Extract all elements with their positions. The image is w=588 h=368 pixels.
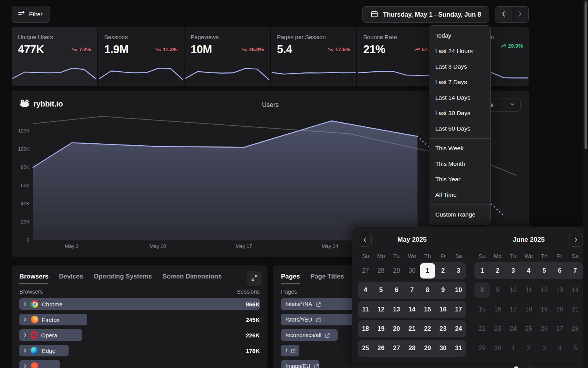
menu-item-this-year[interactable]: This Year [429,172,490,187]
day-cell-june-2025-26[interactable]: 26 [536,321,552,337]
calendar-next-month-button[interactable] [569,233,583,247]
day-cell-june-2025-5[interactable]: 5 [536,263,552,279]
tab-browsers[interactable]: Browsers [19,273,48,284]
day-cell-june-2025-28[interactable]: 28 [567,321,583,337]
day-cell-may-2025-31[interactable]: 31 [451,340,466,356]
scrollbar-thumb[interactable] [585,3,587,149]
external-link-icon[interactable] [325,333,330,338]
menu-item-this-month[interactable]: This Month [429,156,490,172]
stat-card-pageviews[interactable]: Pageviews10M26.9% [185,27,270,86]
day-cell-may-2025-2[interactable]: 2 [435,263,451,279]
day-cell-june-2025-23[interactable]: 23 [490,321,505,337]
menu-item-last-60-days[interactable]: Last 60 Days [429,121,490,136]
expand-button[interactable] [247,271,262,286]
day-cell-june-2025-29[interactable]: 29 [474,340,490,356]
menu-item-custom-range[interactable]: Custom Range [429,207,490,222]
day-cell-june-2025-12[interactable]: 12 [536,282,552,298]
day-cell-june-2025-5[interactable]: 5 [567,340,583,356]
day-cell-may-2025-27[interactable]: 27 [358,263,373,279]
day-cell-may-2025-14[interactable]: 14 [404,302,420,317]
day-cell-may-2025-26[interactable]: 26 [373,340,389,356]
day-cell-may-2025-6[interactable]: 6 [389,282,404,298]
day-cell-may-2025-28[interactable]: 28 [373,263,389,279]
day-cell-may-2025-7[interactable]: 7 [404,282,420,298]
day-cell-may-2025-22[interactable]: 22 [420,321,435,337]
day-cell-may-2025-16[interactable]: 16 [435,302,451,317]
external-link-icon[interactable] [316,317,321,322]
day-cell-june-2025-16[interactable]: 16 [490,302,505,317]
stat-card-pages-per-session[interactable]: Pages per Session5.417.6% [271,27,357,86]
next-period-button[interactable] [512,7,528,22]
day-cell-may-2025-18[interactable]: 18 [358,321,373,337]
tab-operating-systems[interactable]: Operating Systems [94,273,152,284]
menu-item-this-week[interactable]: This Week [429,141,490,156]
day-cell-may-2025-19[interactable]: 19 [373,321,389,337]
day-cell-june-2025-13[interactable]: 13 [552,282,567,298]
browser-bar[interactable]: Firefox [19,314,87,325]
browser-bar[interactable]: Chrome [19,298,260,310]
day-cell-june-2025-30[interactable]: 30 [490,340,505,356]
browser-bar[interactable] [19,360,60,368]
day-cell-may-2025-20[interactable]: 20 [389,321,404,337]
tab-page-titles[interactable]: Page Titles [310,273,344,284]
day-cell-june-2025-7[interactable]: 7 [567,263,583,279]
day-cell-june-2025-3[interactable]: 3 [536,340,552,356]
day-cell-june-2025-9[interactable]: 9 [490,282,505,298]
day-cell-may-2025-10[interactable]: 10 [451,282,466,298]
page-bar[interactable]: /maps/EU [281,360,319,368]
day-cell-may-2025-27[interactable]: 27 [389,340,404,356]
day-cell-may-2025-15[interactable]: 15 [420,302,435,317]
day-cell-june-2025-10[interactable]: 10 [505,282,521,298]
scrollbar-up-arrow[interactable] [584,1,587,3]
prev-period-button[interactable] [495,7,512,22]
menu-item-last-7-days[interactable]: Last 7 Days [429,74,490,90]
day-cell-may-2025-21[interactable]: 21 [404,321,420,337]
day-cell-may-2025-11[interactable]: 11 [358,302,373,317]
scrollbar[interactable] [583,0,588,368]
day-cell-may-2025-29[interactable]: 29 [420,340,435,356]
day-cell-may-2025-12[interactable]: 12 [373,302,389,317]
day-cell-may-2025-8[interactable]: 8 [420,282,435,298]
day-cell-june-2025-22[interactable]: 22 [474,321,490,337]
day-cell-may-2025-25[interactable]: 25 [358,340,373,356]
external-link-icon[interactable] [314,364,319,368]
stat-card-sessions[interactable]: Sessions1.9M11.3% [98,27,184,86]
day-cell-may-2025-29[interactable]: 29 [389,263,404,279]
tab-pages[interactable]: Pages [281,273,300,284]
menu-item-last-24-hours[interactable]: Last 24 Hours [429,43,490,59]
day-cell-may-2025-9[interactable]: 9 [435,282,451,298]
day-cell-june-2025-24[interactable]: 24 [505,321,521,337]
day-cell-june-2025-21[interactable]: 21 [567,302,583,317]
day-cell-may-2025-30[interactable]: 30 [404,263,420,279]
day-cell-may-2025-23[interactable]: 23 [435,321,451,337]
day-cell-june-2025-11[interactable]: 11 [521,282,536,298]
stat-card-unique-users[interactable]: Unique Users477K7.2% [12,27,97,86]
external-link-icon[interactable] [291,348,296,353]
day-cell-may-2025-4[interactable]: 4 [358,282,373,298]
day-cell-june-2025-6[interactable]: 6 [552,263,567,279]
menu-item-last-14-days[interactable]: Last 14 Days [429,90,490,105]
day-cell-june-2025-19[interactable]: 19 [536,302,552,317]
day-cell-june-2025-17[interactable]: 17 [505,302,521,317]
day-cell-june-2025-18[interactable]: 18 [521,302,536,317]
date-range-button[interactable]: Thursday, May 1 - Sunday, Jun 8 [362,6,489,23]
menu-item-last-30-days[interactable]: Last 30 Days [429,105,490,121]
day-cell-june-2025-1[interactable]: 1 [505,340,521,356]
day-cell-june-2025-27[interactable]: 27 [552,321,567,337]
menu-item-last-3-days[interactable]: Last 3 Days [429,59,490,74]
day-cell-may-2025-13[interactable]: 13 [389,302,404,317]
day-cell-june-2025-4[interactable]: 4 [521,263,536,279]
tab-devices[interactable]: Devices [59,273,83,284]
day-cell-june-2025-2[interactable]: 2 [490,263,505,279]
external-link-icon[interactable] [316,302,321,307]
page-bar[interactable]: /economics/all [281,329,338,341]
day-cell-may-2025-24[interactable]: 24 [451,321,466,337]
day-cell-june-2025-4[interactable]: 4 [552,340,567,356]
day-cell-may-2025-1[interactable]: 1 [420,263,435,279]
day-cell-june-2025-14[interactable]: 14 [567,282,583,298]
day-cell-june-2025-3[interactable]: 3 [505,263,521,279]
day-cell-june-2025-8[interactable]: 8 [474,282,490,298]
day-cell-may-2025-3[interactable]: 3 [451,263,466,279]
menu-item-today[interactable]: Today [429,28,490,43]
filter-button[interactable]: Filter [12,6,50,23]
